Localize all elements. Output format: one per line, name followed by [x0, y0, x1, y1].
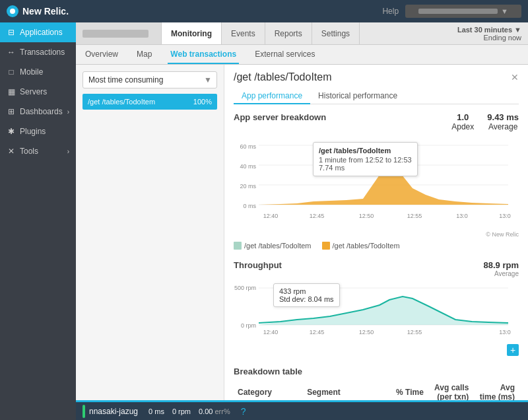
applications-icon: ⊟ [7, 28, 16, 37]
status-ms: 0 ms [148, 407, 164, 415]
tab-events[interactable]: Events [222, 22, 265, 44]
legend-color-1 [234, 242, 242, 250]
svg-text:13:0: 13:0 [499, 329, 511, 335]
svg-text:12:45: 12:45 [310, 213, 325, 219]
sidebar-item-label: Transactions [20, 48, 65, 57]
top-right-area: Help ▼ [382, 5, 521, 18]
svg-text:12:40: 12:40 [263, 213, 279, 219]
info-icon[interactable]: ? [241, 406, 246, 417]
svg-text:500 rpm: 500 rpm [234, 285, 256, 291]
right-panel: /get /tables/TodoItem ✕ App performance … [224, 65, 528, 400]
sidebar-item-plugins[interactable]: ✱ Plugins [0, 122, 76, 141]
app-name-bar [76, 22, 162, 44]
main-content: Monitoring Events Reports Settings Last … [76, 22, 528, 420]
newrelic-logo: © New Relic [234, 231, 519, 238]
transaction-pct: 100% [193, 98, 212, 106]
app-header: Monitoring Events Reports Settings Last … [76, 22, 528, 45]
user-area[interactable]: ▼ [405, 5, 521, 18]
col-avg-time: Avgtime (ms) [473, 380, 519, 400]
apdex-label: Apdex [451, 122, 474, 131]
add-button-wrapper: + [234, 343, 519, 356]
tab-settings[interactable]: Settings [312, 22, 360, 44]
svg-text:20 ms: 20 ms [240, 183, 256, 190]
sidebar-item-applications[interactable]: ⊟ Applications [0, 22, 76, 42]
perf-tab-app[interactable]: App performance [234, 88, 310, 104]
sidebar-item-label: Dashboards [20, 107, 63, 116]
legend-color-2 [322, 242, 330, 250]
sidebar-item-transactions[interactable]: ↔ Transactions [0, 42, 76, 62]
help-link[interactable]: Help [382, 7, 399, 16]
perf-tabs: App performance Historical performance [234, 88, 519, 104]
status-indicator-bar [82, 405, 85, 418]
time-indicator: Last 30 minutes ▼ Ending now [457, 26, 528, 42]
chart-header: App server breakdown 1.0 Apdex 9.43 ms A… [234, 112, 519, 131]
svg-text:13:0: 13:0 [499, 213, 511, 219]
throughput-avg-area: 88.9 rpm Average [484, 260, 519, 277]
avg-label: Average [487, 122, 519, 131]
tooltip-value: 7.74 ms [319, 164, 412, 172]
add-button[interactable]: + [507, 344, 519, 356]
main-layout: ⊟ Applications ↔ Transactions □ Mobile ▦… [0, 22, 528, 420]
tab-monitoring[interactable]: Monitoring [162, 22, 222, 44]
tab-reports[interactable]: Reports [265, 22, 312, 44]
close-button[interactable]: ✕ [511, 72, 519, 83]
sub-tab-external-services[interactable]: External services [252, 45, 317, 64]
col-pct-time: % Time [390, 380, 428, 400]
throughput-tooltip-rpm: 433 rpm [279, 287, 334, 295]
table-header-row: Category Segment % Time Avg calls(per tx… [234, 380, 519, 400]
user-dropdown-arrow: ▼ [501, 7, 508, 15]
transaction-list-item[interactable]: /get /tables/TodoItem 100% [82, 94, 217, 110]
sidebar-item-dashboards[interactable]: ⊞ Dashboards › [0, 102, 76, 122]
sub-tab-overview[interactable]: Overview [82, 45, 121, 64]
logo-text: New Relic. [22, 6, 69, 17]
sidebar-item-label: Applications [20, 28, 63, 37]
col-segment: Segment [303, 380, 389, 400]
user-text [418, 9, 498, 14]
sub-tab-web-transactions[interactable]: Web transactions [168, 45, 239, 64]
legend-item-1: /get /tables/Todoltem [234, 242, 312, 250]
sub-tab-map[interactable]: Map [134, 45, 154, 64]
sidebar-item-mobile[interactable]: □ Mobile [0, 62, 76, 82]
plugins-icon: ✱ [7, 127, 16, 136]
svg-text:12:55: 12:55 [407, 329, 422, 335]
dashboards-icon: ⊞ [7, 107, 16, 116]
breakdown-table: Category Segment % Time Avg calls(per tx… [234, 380, 519, 400]
throughput-tooltip: 433 rpm Std dev: 8.04 ms [273, 283, 340, 307]
throughput-avg-label: Average [484, 270, 519, 277]
perf-tab-historical[interactable]: Historical performance [310, 88, 405, 104]
ending-label: Ending now [484, 34, 522, 42]
col-avg-calls: Avg calls(per txn) [428, 380, 473, 400]
svg-text:12:50: 12:50 [359, 213, 374, 219]
throughput-tooltip-stddev: Std dev: 8.04 ms [279, 295, 334, 303]
top-navigation: New Relic. Help ▼ [0, 0, 528, 22]
sidebar-item-servers[interactable]: ▦ Servers [0, 82, 76, 102]
logo-area: New Relic. [7, 5, 69, 17]
legend-label-1: /get /tables/Todoltem [244, 242, 312, 250]
sort-dropdown-wrapper: Most time consuming By name ▼ [82, 71, 217, 88]
breakdown-table-section: Breakdown table Category Segment % Time … [234, 367, 519, 400]
throughput-avg-value: 88.9 rpm [484, 260, 519, 270]
status-rpm: 0 rpm [172, 407, 191, 415]
status-bar: nnasaki-jazug 0 ms 0 rpm 0.00 err% ? [76, 400, 528, 420]
content-area: Most time consuming By name ▼ /get /tabl… [76, 65, 528, 400]
avg-value: 9.43 ms [487, 112, 519, 122]
servers-icon: ▦ [7, 87, 16, 96]
svg-text:0 ms: 0 ms [243, 203, 256, 209]
chart-stats: 1.0 Apdex 9.43 ms Average [451, 112, 519, 131]
sort-dropdown[interactable]: Most time consuming By name [82, 71, 217, 88]
status-username: nnasaki-jazug [89, 407, 138, 416]
sidebar: ⊟ Applications ↔ Transactions □ Mobile ▦… [0, 22, 76, 420]
svg-text:40 ms: 40 ms [240, 163, 256, 170]
svg-text:13:0: 13:0 [456, 213, 468, 219]
svg-text:12:50: 12:50 [359, 329, 374, 335]
throughput-section: Throughput 88.9 rpm Average 500 rpm 0 rp… [234, 260, 519, 356]
sidebar-item-tools[interactable]: ✕ Tools › [0, 141, 76, 161]
chart-tooltip: /get /tables/TodoItem 1 minute from 12:5… [313, 142, 418, 176]
breakdown-table-title: Breakdown table [234, 367, 519, 376]
panel-title: /get /tables/TodoItem [234, 71, 332, 83]
app-name-text [82, 30, 148, 38]
time-label: Last 30 minutes [457, 26, 512, 34]
sidebar-item-label: Mobile [20, 67, 43, 77]
logo-icon [7, 5, 18, 17]
tools-icon: ✕ [7, 147, 16, 156]
